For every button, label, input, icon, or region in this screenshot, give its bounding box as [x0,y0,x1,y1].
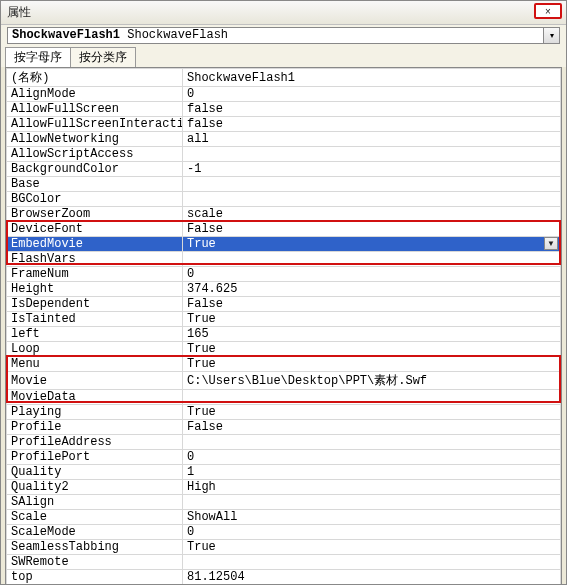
property-row[interactable]: FrameNum0 [7,267,561,282]
property-name[interactable]: Movie [7,372,183,390]
close-button[interactable]: × [534,3,562,19]
property-row[interactable]: Quality1 [7,465,561,480]
property-value[interactable]: False [183,222,561,237]
property-value[interactable]: False [183,297,561,312]
property-row[interactable]: MovieC:\Users\Blue\Desktop\PPT\素材.Swf [7,372,561,390]
property-row[interactable]: ProfileAddress [7,435,561,450]
property-row[interactable]: SAlign [7,495,561,510]
property-value[interactable]: True [183,237,561,252]
property-name[interactable]: DeviceFont [7,222,183,237]
property-value[interactable]: 81.12504 [183,570,561,585]
property-value[interactable] [183,390,561,405]
property-row[interactable]: LoopTrue [7,342,561,357]
property-name[interactable]: AllowFullScreenInteractive [7,117,183,132]
property-name[interactable]: Menu [7,357,183,372]
property-row[interactable]: BrowserZoomscale [7,207,561,222]
property-name[interactable]: BGColor [7,192,183,207]
property-grid-container[interactable]: (名称)ShockwaveFlash1AlignMode0AllowFullSc… [5,67,562,585]
property-value[interactable]: True [183,357,561,372]
object-selector-dropdown[interactable]: ▾ [543,27,560,44]
property-row[interactable]: BGColor [7,192,561,207]
property-name[interactable]: EmbedMovie [7,237,183,252]
property-name[interactable]: AllowScriptAccess [7,147,183,162]
property-row[interactable]: DeviceFontFalse [7,222,561,237]
property-row[interactable]: SeamlessTabbingTrue [7,540,561,555]
property-value[interactable] [183,192,561,207]
property-row[interactable]: ScaleMode0 [7,525,561,540]
property-value[interactable] [183,495,561,510]
property-row[interactable]: ScaleShowAll [7,510,561,525]
property-value[interactable] [183,147,561,162]
property-row[interactable]: top81.12504 [7,570,561,585]
property-name[interactable]: Base [7,177,183,192]
property-value[interactable]: 0 [183,267,561,282]
property-row[interactable]: Base [7,177,561,192]
property-row[interactable]: ProfilePort0 [7,450,561,465]
property-row[interactable]: SWRemote [7,555,561,570]
property-name[interactable]: Scale [7,510,183,525]
tab-alphabetic[interactable]: 按字母序 [5,47,71,67]
property-value[interactable]: 0 [183,450,561,465]
property-value[interactable] [183,435,561,450]
property-value[interactable]: ShowAll [183,510,561,525]
property-row[interactable]: left165 [7,327,561,342]
property-name[interactable]: MovieData [7,390,183,405]
property-name[interactable]: AllowNetworking [7,132,183,147]
property-value[interactable]: 0 [183,525,561,540]
property-name[interactable]: ProfileAddress [7,435,183,450]
property-value[interactable]: -1 [183,162,561,177]
property-value[interactable]: 374.625 [183,282,561,297]
property-row[interactable]: Height374.625 [7,282,561,297]
property-value[interactable]: False [183,420,561,435]
property-value[interactable]: 165 [183,327,561,342]
property-row[interactable]: BackgroundColor-1 [7,162,561,177]
property-value[interactable]: ShockwaveFlash1 [183,69,561,87]
property-name[interactable]: AlignMode [7,87,183,102]
property-name[interactable]: left [7,327,183,342]
property-value[interactable]: True [183,540,561,555]
property-row[interactable]: IsDependentFalse [7,297,561,312]
property-name[interactable]: IsDependent [7,297,183,312]
object-selector[interactable]: ShockwaveFlash1 ShockwaveFlash [7,27,544,44]
property-value[interactable]: High [183,480,561,495]
property-row[interactable]: AllowScriptAccess [7,147,561,162]
property-value[interactable]: 0 [183,87,561,102]
property-name[interactable]: Loop [7,342,183,357]
value-dropdown-button[interactable]: ▼ [544,237,558,250]
property-name[interactable]: ScaleMode [7,525,183,540]
property-row[interactable]: EmbedMovieTrue [7,237,561,252]
property-name[interactable]: (名称) [7,69,183,87]
property-row[interactable]: AllowFullScreenInteractivefalse [7,117,561,132]
property-row[interactable]: MenuTrue [7,357,561,372]
property-name[interactable]: FrameNum [7,267,183,282]
property-name[interactable]: ProfilePort [7,450,183,465]
property-row[interactable]: AllowNetworkingall [7,132,561,147]
property-value[interactable]: True [183,405,561,420]
property-row[interactable]: AllowFullScreenfalse [7,102,561,117]
property-value[interactable]: 1 [183,465,561,480]
property-name[interactable]: BrowserZoom [7,207,183,222]
property-row[interactable]: PlayingTrue [7,405,561,420]
property-row[interactable]: Quality2High [7,480,561,495]
property-name[interactable]: Height [7,282,183,297]
property-name[interactable]: Profile [7,420,183,435]
property-value[interactable]: false [183,102,561,117]
property-name[interactable]: Quality2 [7,480,183,495]
property-name[interactable]: top [7,570,183,585]
property-value[interactable]: True [183,312,561,327]
property-value[interactable] [183,555,561,570]
property-value[interactable]: false [183,117,561,132]
property-value[interactable] [183,252,561,267]
property-row[interactable]: MovieData [7,390,561,405]
property-row[interactable]: FlashVars [7,252,561,267]
property-value[interactable]: True [183,342,561,357]
property-value[interactable]: C:\Users\Blue\Desktop\PPT\素材.Swf [183,372,561,390]
property-row[interactable]: IsTaintedTrue [7,312,561,327]
property-row[interactable]: ProfileFalse [7,420,561,435]
property-value[interactable]: all [183,132,561,147]
property-value[interactable]: scale [183,207,561,222]
property-name[interactable]: Quality [7,465,183,480]
property-name[interactable]: SeamlessTabbing [7,540,183,555]
property-row[interactable]: AlignMode0 [7,87,561,102]
property-name[interactable]: BackgroundColor [7,162,183,177]
